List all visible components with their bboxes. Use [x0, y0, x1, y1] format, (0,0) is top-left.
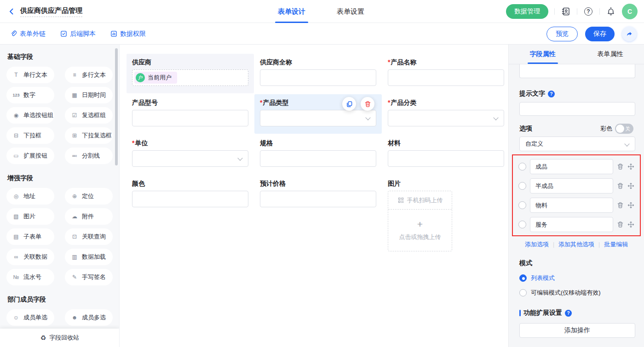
sidebar-item-single-line-text[interactable]: T单行文本 — [6, 67, 54, 83]
canvas-field-product-model[interactable]: 产品型号 — [126, 94, 254, 134]
copy-field-button[interactable] — [342, 97, 356, 111]
script-icon — [60, 30, 67, 37]
form-title[interactable]: 供应商供应产品管理 — [20, 6, 82, 17]
back-icon[interactable] — [7, 7, 16, 16]
mode-radio-list[interactable]: 列表模式 — [519, 274, 633, 282]
sidebar-item-divider[interactable]: ≕分割线 — [65, 148, 113, 164]
avatar[interactable]: C — [622, 4, 638, 19]
product-name-input[interactable] — [388, 69, 504, 86]
scan-upload-button[interactable]: 手机扫码上传 — [388, 191, 452, 210]
canvas-field-supplier-full-name[interactable]: 供应商全称 — [254, 54, 382, 93]
sidebar-item-image[interactable]: ▧图片 — [6, 208, 54, 225]
option-text-input[interactable] — [530, 217, 613, 232]
help-icon[interactable]: ? — [583, 6, 593, 17]
sidebar-item-member-single[interactable]: ☺成员单选 — [6, 309, 54, 326]
canvas-field-image[interactable]: 图片 手机扫码上传 + 点击或拖拽上传 — [382, 175, 510, 256]
external-link-button[interactable]: 表单外链 — [10, 30, 46, 38]
delete-option-button[interactable] — [617, 221, 624, 228]
field-title-input-cutoff[interactable] — [519, 64, 635, 78]
option-radio[interactable] — [518, 163, 526, 171]
sidebar-item-location[interactable]: ⊕定位 — [65, 188, 113, 205]
tab-form-settings[interactable]: 表单设置 — [334, 0, 367, 23]
extension-help-icon[interactable]: ? — [565, 310, 572, 317]
estimated-price-input[interactable] — [260, 191, 376, 207]
sidebar-item-dropdown-multi[interactable]: ⊞下拉复选框 — [65, 127, 113, 144]
canvas-field-product-type[interactable]: *产品类型 — [254, 94, 382, 134]
canvas-field-supplier[interactable]: 供应商 户 当前用户 — [126, 54, 254, 93]
add-option-link[interactable]: 添加选项 — [525, 240, 549, 249]
material-input[interactable] — [388, 150, 504, 167]
option-text-input[interactable] — [530, 198, 613, 213]
drag-upload-area[interactable]: + 点击或拖拽上传 — [388, 210, 452, 251]
canvas-field-unit[interactable]: *单位 — [126, 135, 254, 174]
canvas-field-product-name[interactable]: *产品名称 — [382, 54, 510, 93]
add-other-option-link[interactable]: 添加其他选项 — [558, 240, 594, 249]
move-option-handle[interactable] — [627, 202, 634, 209]
subform-icon: ▤ — [12, 233, 20, 240]
tab-form-properties[interactable]: 表单属性 — [576, 45, 644, 64]
color-toggle[interactable]: 关 — [615, 124, 633, 134]
option-radio[interactable] — [518, 221, 526, 228]
sidebar-item-serial-number[interactable]: №流水号 — [6, 269, 54, 285]
supplier-default-value[interactable]: 户 当前用户 — [132, 69, 248, 86]
contact-book-icon[interactable] — [561, 6, 571, 17]
option-radio[interactable] — [518, 182, 526, 190]
delete-option-button[interactable] — [617, 163, 624, 170]
product-model-input[interactable] — [132, 110, 248, 126]
delete-field-button[interactable] — [361, 97, 374, 111]
hint-text-input[interactable] — [519, 102, 635, 116]
share-icon — [626, 30, 633, 38]
sidebar-item-dropdown[interactable]: ⊟下拉框 — [6, 127, 54, 144]
batch-edit-link[interactable]: 批量编辑 — [604, 240, 628, 249]
move-icon — [627, 182, 634, 189]
tab-field-properties[interactable]: 字段属性 — [509, 45, 576, 64]
sidebar-item-data-load[interactable]: ▥数据加载 — [65, 249, 113, 265]
field-recycle-bin[interactable]: ♻ 字段回收站 — [0, 329, 120, 347]
options-source-select[interactable]: 自定义 — [519, 137, 635, 151]
sidebar-item-radio-group[interactable]: ◉单选按钮组 — [6, 107, 54, 124]
sidebar-item-number[interactable]: 123数字 — [6, 87, 54, 103]
data-permission-button[interactable]: 数据权限 — [110, 30, 146, 38]
canvas-field-color[interactable]: 颜色 — [126, 175, 254, 256]
sidebar-item-address[interactable]: ◎地址 — [6, 188, 54, 205]
option-text-input[interactable] — [530, 159, 613, 174]
data-manage-button[interactable]: 数据管理 — [506, 4, 548, 19]
supplier-full-name-input[interactable] — [260, 69, 376, 86]
product-type-select[interactable] — [260, 110, 376, 126]
canvas-field-material[interactable]: 材料 — [382, 135, 510, 174]
move-option-handle[interactable] — [627, 182, 634, 189]
sidebar-item-extend-button[interactable]: ▭扩展按钮 — [6, 148, 54, 164]
hint-help-icon[interactable]: ? — [548, 91, 555, 97]
save-button[interactable]: 保存 — [585, 27, 615, 41]
spec-input[interactable] — [260, 150, 376, 167]
tab-form-design[interactable]: 表单设计 — [275, 0, 308, 23]
sidebar-item-signature[interactable]: ✎手写签名 — [65, 269, 113, 285]
sidebar-item-checkbox-group[interactable]: ☑复选框组 — [65, 107, 113, 124]
sidebar-item-member-multi[interactable]: ☻成员多选 — [65, 309, 113, 326]
sidebar-item-related-data[interactable]: ∞关联数据 — [6, 249, 54, 265]
sidebar-item-subform[interactable]: ▤子表单 — [6, 228, 54, 245]
preview-button[interactable]: 预览 — [546, 27, 578, 41]
backend-script-button[interactable]: 后端脚本 — [60, 30, 96, 38]
sidebar-item-datetime[interactable]: ▦日期时间 — [65, 87, 113, 103]
add-action-button[interactable]: 添加操作 — [519, 323, 635, 338]
delete-option-button[interactable] — [617, 202, 624, 209]
canvas-field-product-category[interactable]: *产品分类 — [382, 94, 510, 134]
mode-radio-editable[interactable]: 可编辑模式(仅移动端有效) — [519, 289, 633, 297]
move-option-handle[interactable] — [627, 163, 634, 170]
sidebar-item-multi-line-text[interactable]: ≡多行文本 — [65, 67, 113, 83]
option-radio[interactable] — [518, 201, 526, 209]
product-category-select[interactable] — [388, 110, 504, 126]
option-text-input[interactable] — [530, 178, 613, 193]
sidebar-scrollbar[interactable] — [115, 48, 118, 165]
bell-icon[interactable] — [606, 6, 616, 17]
sidebar-item-related-query[interactable]: ⊡关联查询 — [65, 228, 113, 245]
move-option-handle[interactable] — [627, 221, 634, 228]
color-input[interactable] — [132, 191, 248, 207]
sidebar-item-attachment[interactable]: ☁附件 — [65, 208, 113, 225]
canvas-field-spec[interactable]: 规格 — [254, 135, 382, 174]
share-button[interactable] — [622, 27, 637, 41]
unit-select[interactable] — [132, 150, 248, 167]
canvas-field-estimated-price[interactable]: 预计价格 — [254, 175, 382, 256]
delete-option-button[interactable] — [617, 182, 624, 189]
